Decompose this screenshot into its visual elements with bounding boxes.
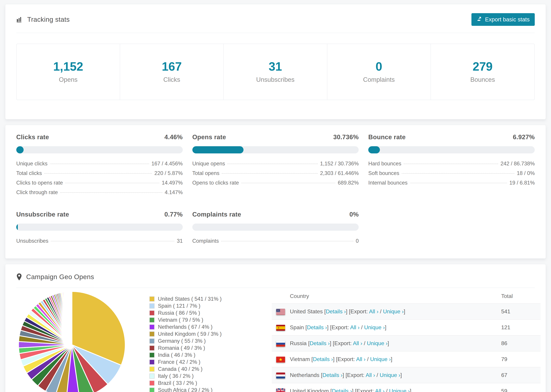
rate-block-4: Complaints rate0%Complaints0: [192, 211, 359, 247]
export-all-link[interactable]: All ›: [350, 324, 360, 330]
export-all-link[interactable]: All ›: [375, 388, 384, 392]
export-prefix: [Export:: [330, 324, 349, 330]
rate-detail-row: Click through rate4.147%: [16, 189, 183, 199]
dotted-leader: [404, 164, 498, 164]
rate-detail-value: 19 / 6.81%: [509, 180, 535, 186]
details-link[interactable]: Details ›: [326, 308, 346, 315]
export-basic-stats-button[interactable]: Export basic stats: [471, 13, 535, 26]
rate-block-0: Clicks rate4.46%Unique clicks167 / 4.456…: [16, 133, 183, 199]
legend-label: India ( 46 / 3% ): [158, 352, 195, 358]
rate-detail-label: Unique opens: [192, 161, 225, 167]
export-all-link[interactable]: All ›: [366, 372, 375, 378]
dotted-leader: [65, 183, 159, 183]
legend-item: United Kingdom ( 59 / 3% ): [149, 330, 236, 337]
link-separator: /: [386, 388, 388, 392]
rate-detail-label: Unique clicks: [16, 161, 48, 167]
rate-detail-row: Total opens2,303 / 61.446%: [192, 170, 359, 180]
legend-label: Vietnam ( 79 / 5% ): [158, 317, 203, 323]
export-unique-link[interactable]: Unique ›: [364, 324, 385, 330]
rate-value: 0%: [349, 211, 359, 218]
summary-cell-bounces: 279Bounces: [431, 44, 534, 100]
summary-cell-complaints: 0Complaints: [327, 44, 431, 100]
dotted-leader: [60, 192, 162, 193]
details-link[interactable]: Details ›: [332, 388, 352, 392]
summary-value: 167: [120, 60, 223, 73]
rate-detail-label: Hard bounces: [368, 161, 401, 167]
rate-detail-label: Complaints: [192, 238, 219, 244]
legend-item: United States ( 541 / 31% ): [149, 295, 236, 302]
rates-grid: Clicks rate4.46%Unique clicks167 / 4.456…: [16, 133, 535, 247]
legend-label: Italy ( 36 / 2% ): [158, 373, 194, 379]
export-unique-link[interactable]: Unique ›: [367, 340, 388, 346]
export-all-link[interactable]: All ›: [356, 356, 366, 362]
map-pin-icon: [16, 273, 22, 281]
summary-value: 31: [224, 60, 327, 73]
export-prefix: [Export:: [346, 372, 364, 378]
legend-label: United Kingdom ( 59 / 3% ): [158, 331, 222, 337]
rate-detail-value: 689.82%: [338, 180, 359, 186]
legend-label: Brazil ( 33 / 2% ): [158, 380, 197, 386]
details-link[interactable]: Details ›: [307, 324, 327, 330]
legend-label: Spain ( 121 / 7% ): [158, 303, 200, 309]
rate-detail-value: 14.497%: [162, 180, 183, 186]
legend-swatch: [149, 381, 155, 386]
dotted-leader: [241, 183, 335, 183]
rate-title: Unsubscribe rate: [16, 211, 69, 218]
geo-table-row-us: United States [Details ›] [Export: All ›…: [272, 304, 541, 320]
link-separator: /: [377, 372, 378, 378]
geo-table-row-vn: Vietnam [Details ›] [Export: All › / Uni…: [272, 351, 541, 367]
legend-swatch: [149, 331, 155, 336]
geo-table-row-gb: United Kingdom [Details ›] [Export: All …: [272, 383, 541, 392]
geo-table-row-ru: Russia [Details ›] [Export: All › / Uniq…: [272, 335, 541, 351]
rate-detail-label: Clicks to opens rate: [16, 180, 63, 186]
dotted-leader: [221, 241, 353, 241]
rate-block-3: Unsubscribe rate0.77%Unsubscribes31: [16, 211, 183, 247]
export-unique-link[interactable]: Unique ›: [383, 308, 404, 315]
summary-label: Unsubscribes: [224, 76, 327, 83]
link-separator: /: [364, 340, 365, 346]
details-link[interactable]: Details ›: [310, 340, 330, 346]
rate-detail-label: Opens to clicks rate: [192, 180, 239, 186]
country-name: Spain: [290, 324, 304, 330]
page-title: Tracking stats: [27, 16, 70, 23]
legend-swatch: [149, 345, 155, 351]
summary-label: Complaints: [327, 76, 431, 83]
geo-table-header-row: Country Total: [272, 289, 541, 304]
export-unique-link[interactable]: Unique ›: [389, 388, 410, 392]
export-all-link[interactable]: All ›: [353, 340, 362, 346]
progress-bar-fill: [368, 146, 380, 154]
rate-detail-row: Soft bounces18 / 0%: [368, 170, 535, 180]
rates-card: Clicks rate4.46%Unique clicks167 / 4.456…: [5, 125, 546, 259]
total-cell: 541: [501, 304, 541, 320]
geo-legend: United States ( 541 / 31% )Spain ( 121 /…: [149, 295, 236, 392]
rate-detail-value: 167 / 4.456%: [151, 161, 183, 167]
progress-bar-fill: [16, 224, 18, 231]
details-link[interactable]: Details ›: [313, 356, 333, 362]
ru-flag-icon: [276, 341, 285, 347]
summary-cell-opens: 1,152Opens: [17, 44, 120, 100]
export-all-link[interactable]: All ›: [369, 308, 378, 315]
geo-table-row-es: Spain [Details ›] [Export: All › / Uniqu…: [272, 320, 541, 335]
campaign-geo-opens-card: Campaign Geo Opens United States ( 541 /…: [5, 264, 546, 392]
vn-flag-icon: [276, 357, 285, 363]
country-name: Netherlands: [290, 372, 319, 378]
tracking-stats-header: Tracking stats Export basic stats: [5, 4, 546, 26]
details-link[interactable]: Details ›: [322, 372, 342, 378]
legend-item: Netherlands ( 67 / 4% ): [149, 323, 236, 330]
rate-detail-row: Clicks to opens rate14.497%: [16, 180, 183, 189]
country-cell: Spain [Details ›] [Export: All › / Uniqu…: [290, 320, 501, 335]
geo-body: United States ( 541 / 31% )Spain ( 121 /…: [5, 288, 546, 392]
rate-detail-label: Total clicks: [16, 170, 42, 176]
total-cell: 86: [501, 335, 541, 351]
rate-detail-label: Total opens: [192, 170, 219, 176]
export-unique-link[interactable]: Unique ›: [380, 372, 400, 378]
total-cell: 59: [501, 383, 541, 392]
export-unique-link[interactable]: Unique ›: [370, 356, 391, 362]
legend-label: Germany ( 55 / 3% ): [158, 338, 206, 344]
summary-label: Bounces: [431, 76, 534, 83]
export-prefix: [Export:: [333, 340, 352, 346]
legend-item: Vietnam ( 79 / 5% ): [149, 316, 236, 323]
rate-value: 0.77%: [164, 211, 183, 218]
legend-swatch: [149, 324, 155, 329]
export-prefix: [Export:: [355, 388, 374, 392]
